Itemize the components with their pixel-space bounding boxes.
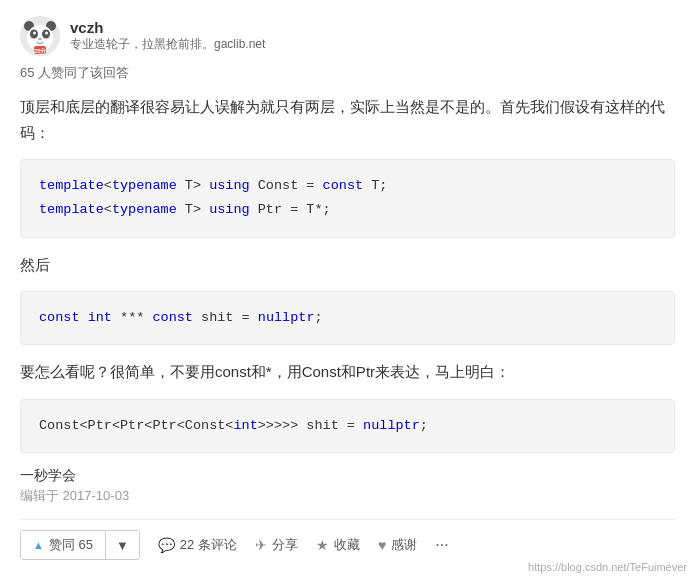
svg-point-8 [38,38,42,40]
comment-label: 22 条评论 [180,536,237,554]
divider [20,519,675,520]
vote-down-button[interactable]: ▼ [106,533,139,558]
thanks-label: 感谢 [391,536,417,554]
paragraph-then: 然后 [20,252,675,278]
svg-point-7 [45,32,48,35]
code-block-3: Const<Ptr<Ptr<Ptr<Const<int>>>>> shit = … [20,399,675,453]
thanks-action[interactable]: ♥ 感谢 [378,536,417,554]
author-bio: 专业造轮子，拉黑抢前排。gaclib.net [70,36,265,53]
vote-group: ▲ 赞同 65 ▼ [20,530,140,560]
vote-up-label: 赞同 65 [49,536,93,554]
svg-point-6 [33,32,36,35]
vote-up-icon: ▲ [33,539,44,551]
using-keyword: using [209,178,250,193]
favorite-label: 收藏 [334,536,360,554]
more-action[interactable]: ··· [435,536,448,554]
edit-date: 编辑于 2017-10-03 [20,487,675,505]
share-action[interactable]: ✈ 分享 [255,536,298,554]
action-bar: ▲ 赞同 65 ▼ 💬 22 条评论 ✈ 分享 ★ 收藏 ♥ 感谢 ··· [20,530,675,560]
author-name[interactable]: vczh [70,19,265,36]
avatar[interactable]: 25分 [20,16,60,56]
author-info: vczh 专业造轮子，拉黑抢前排。gaclib.net [70,19,265,53]
article-paragraph3: 要怎么看呢？很简单，不要用const和*，用Const和Ptr来表达，马上明白： [20,359,675,385]
article-paragraph1: 顶层和底层的翻译很容易让人误解为就只有两层，实际上当然是不是的。首先我们假设有这… [20,94,675,145]
vote-down-icon: ▼ [116,538,129,553]
csdn-link[interactable]: https://blog.csdn.net/TeFuimever [528,561,687,573]
comment-icon: 💬 [158,537,175,553]
star-icon: ★ [316,537,329,553]
vote-up-button[interactable]: ▲ 赞同 65 [21,531,106,559]
page-container: 25分 vczh 专业造轮子，拉黑抢前排。gaclib.net 65 人赞同了该… [0,0,695,576]
comment-action[interactable]: 💬 22 条评论 [158,536,237,554]
author-row: 25分 vczh 专业造轮子，拉黑抢前排。gaclib.net [20,16,675,56]
likes-summary: 65 人赞同了该回答 [20,64,675,82]
code-block-1: template<typename T> using Const = const… [20,159,675,238]
share-icon: ✈ [255,537,267,553]
code-block-2: const int *** const shit = nullptr; [20,291,675,345]
share-label: 分享 [272,536,298,554]
svg-text:25分: 25分 [34,47,48,54]
footer-note: 一秒学会 [20,467,675,485]
heart-icon: ♥ [378,537,386,553]
favorite-action[interactable]: ★ 收藏 [316,536,360,554]
